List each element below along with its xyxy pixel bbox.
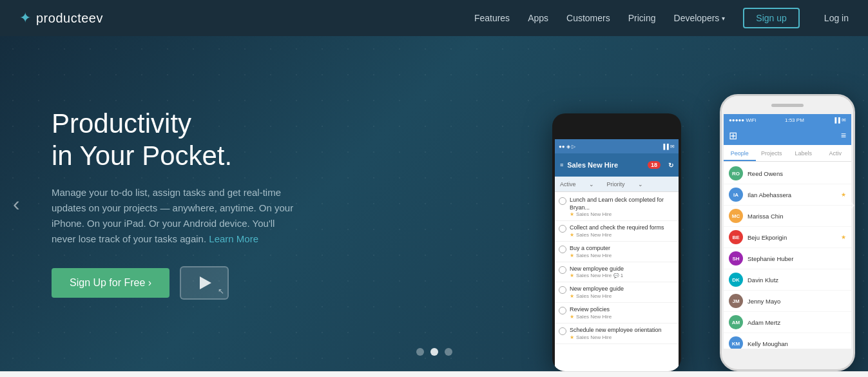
person-item: KM Kelly Moughan: [724, 333, 851, 349]
android-phone: ●● ◈ ▷ ▐▐ ✉ ≡ Sales New Hire 18 ↻ Active…: [552, 113, 681, 371]
nav-apps[interactable]: Apps: [528, 13, 548, 23]
android-badge: 18: [648, 161, 661, 169]
star-icon: ★: [841, 234, 846, 240]
nav-pricing[interactable]: Pricing: [628, 13, 656, 23]
hero-description: Manage your to-do list, assign tasks and…: [52, 185, 296, 247]
iphone-screen: ●●●●● WiFi 1:53 PM ▐▐ ✉ ⊞ ≡ People Proje…: [724, 114, 851, 349]
android-status-bar: ●● ◈ ▷ ▐▐ ✉: [555, 139, 679, 153]
carousel-prev-button[interactable]: ‹: [6, 186, 26, 222]
task-item: Review policies ★ Sales New Hire: [555, 303, 679, 324]
task-checkbox: [559, 327, 566, 335]
carousel-dot-2[interactable]: [430, 348, 438, 356]
person-item: RO Reed Owens: [724, 163, 851, 184]
iphone-notch: [722, 96, 853, 114]
hero-video-button[interactable]: ↖: [180, 266, 229, 300]
carousel-dot-1[interactable]: [416, 348, 424, 356]
avatar: IA: [729, 188, 743, 202]
carousel-dot-3[interactable]: [445, 348, 452, 356]
task-item: Schedule new employee orientation ★ Sale…: [555, 324, 679, 344]
navbar: ✦ producteev Features Apps Customers Pri…: [0, 0, 868, 36]
person-item: DK Davin Klutz: [724, 269, 851, 291]
avatar: AM: [729, 315, 743, 329]
person-item: AM Adam Mertz: [724, 312, 851, 333]
iphone-status-bar: ●●●●● WiFi 1:53 PM ▐▐ ✉: [724, 114, 851, 126]
tab-people[interactable]: People: [724, 150, 756, 161]
task-item: New employee guide ★ Sales New Hire: [555, 282, 679, 303]
iphone-speaker: [771, 104, 804, 107]
avatar: JM: [729, 294, 743, 308]
nav-signup-button[interactable]: Sign up: [743, 8, 799, 28]
task-checkbox: [559, 307, 566, 314]
task-checkbox: [559, 246, 566, 253]
hero-content: Productivity in Your Pocket. Manage your…: [0, 69, 335, 339]
tab-activity[interactable]: Activ: [820, 150, 852, 161]
avatar: SH: [729, 251, 743, 266]
iphone-people-list: RO Reed Owens IA Ilan Abehassera ★ MC Ma…: [724, 162, 851, 349]
hero-signup-button[interactable]: Sign Up for Free ›: [52, 268, 169, 298]
task-checkbox: [559, 197, 566, 205]
tab-labels[interactable]: Labels: [787, 150, 820, 161]
avatar: DK: [729, 273, 743, 287]
play-icon: [200, 276, 211, 289]
avatar: MC: [729, 209, 743, 223]
footer-banner: With Producteev, it's entirely free to i…: [0, 371, 868, 377]
cursor-icon: ↖: [218, 287, 224, 296]
android-task-list: Lunch and Learn deck completed for Bryan…: [555, 192, 679, 345]
person-item: JM Jenny Mayo: [724, 291, 851, 312]
nav-developers[interactable]: Developers ▾: [674, 13, 726, 23]
task-checkbox: [559, 286, 566, 294]
nav-features[interactable]: Features: [474, 13, 510, 23]
nav-customers[interactable]: Customers: [566, 13, 610, 23]
hero-actions: Sign Up for Free › ↖: [52, 266, 296, 300]
task-item: Lunch and Learn deck completed for Bryan…: [555, 193, 679, 221]
person-item: SH Stephanie Huber: [724, 248, 851, 269]
person-item: BE Beju Ekporigin ★: [724, 227, 851, 248]
android-sub-bar: Active ⌄ Priority ⌄: [555, 177, 679, 192]
task-checkbox: [559, 225, 566, 233]
iphone: ●●●●● WiFi 1:53 PM ▐▐ ✉ ⊞ ≡ People Proje…: [720, 94, 855, 371]
logo[interactable]: ✦ producteev: [19, 10, 103, 26]
avatar: KM: [729, 336, 743, 349]
android-title-bar: ≡ Sales New Hire 18 ↻: [555, 153, 679, 177]
person-item: IA Ilan Abehassera ★: [724, 184, 851, 206]
logo-text: producteev: [36, 11, 103, 26]
carousel-dots: [416, 348, 452, 356]
task-item: Buy a computer ★ Sales New Hire: [555, 242, 679, 262]
iphone-toolbar: ⊞ ≡: [724, 126, 851, 145]
logo-icon: ✦: [19, 10, 31, 26]
android-screen: ●● ◈ ▷ ▐▐ ✉ ≡ Sales New Hire 18 ↻ Active…: [555, 139, 679, 371]
hero-phones: ●● ◈ ▷ ▐▐ ✉ ≡ Sales New Hire 18 ↻ Active…: [533, 49, 868, 371]
task-checkbox: [559, 266, 566, 274]
avatar: BE: [729, 230, 743, 244]
person-item: MC Marissa Chin: [724, 206, 851, 227]
nav-links: Features Apps Customers Pricing Develope…: [474, 8, 849, 28]
hero-section: ‹ Productivity in Your Pocket. Manage yo…: [0, 36, 868, 371]
carousel-next-button[interactable]: ›: [842, 186, 862, 222]
task-item: Collect and check the required forms ★ S…: [555, 221, 679, 242]
tab-projects[interactable]: Projects: [756, 150, 788, 161]
hero-learn-more-link[interactable]: Learn More: [209, 233, 258, 244]
nav-login[interactable]: Log in: [824, 13, 849, 23]
chevron-down-icon: ▾: [722, 15, 725, 22]
iphone-tabs: People Projects Labels Activ: [724, 145, 851, 162]
avatar: RO: [729, 166, 743, 180]
hero-title: Productivity in Your Pocket.: [52, 108, 296, 173]
task-item: New employee guide ★ Sales New Hire 💬 1: [555, 262, 679, 283]
